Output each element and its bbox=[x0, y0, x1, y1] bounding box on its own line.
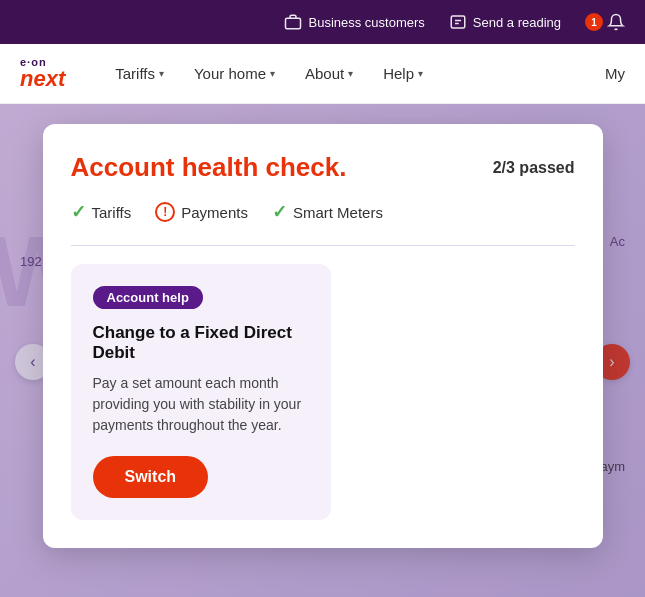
send-reading-label: Send a reading bbox=[473, 15, 561, 30]
modal-title: Account health check. bbox=[71, 152, 347, 183]
business-customers-link[interactable]: Business customers bbox=[284, 13, 424, 31]
nav-your-home[interactable]: Your home ▾ bbox=[194, 65, 275, 82]
check-tariffs-label: Tariffs bbox=[92, 204, 132, 221]
switch-button[interactable]: Switch bbox=[93, 456, 209, 498]
notifications[interactable]: 1 bbox=[585, 13, 625, 31]
svg-rect-0 bbox=[286, 18, 301, 29]
card-description: Pay a set amount each month providing yo… bbox=[93, 373, 309, 436]
modal-overlay: Account health check. 2/3 passed ✓ Tarif… bbox=[0, 104, 645, 597]
chevron-down-icon: ▾ bbox=[159, 68, 164, 79]
modal-divider bbox=[71, 245, 575, 246]
nav-help-label: Help bbox=[383, 65, 414, 82]
nav-bar: e·on next Tariffs ▾ Your home ▾ About ▾ … bbox=[0, 44, 645, 104]
chevron-down-icon: ▾ bbox=[348, 68, 353, 79]
check-smart-meters-label: Smart Meters bbox=[293, 204, 383, 221]
briefcase-icon bbox=[284, 13, 302, 31]
check-payments: ! Payments bbox=[155, 202, 248, 222]
chevron-down-icon: ▾ bbox=[270, 68, 275, 79]
logo-next: next bbox=[20, 68, 65, 90]
logo[interactable]: e·on next bbox=[20, 57, 65, 90]
nav-about-label: About bbox=[305, 65, 344, 82]
check-green-icon: ✓ bbox=[272, 201, 287, 223]
modal-checks: ✓ Tariffs ! Payments ✓ Smart Meters bbox=[71, 201, 575, 223]
svg-rect-1 bbox=[451, 16, 465, 28]
nav-my-label: My bbox=[605, 65, 625, 82]
nav-your-home-label: Your home bbox=[194, 65, 266, 82]
check-green-icon: ✓ bbox=[71, 201, 86, 223]
chevron-down-icon: ▾ bbox=[418, 68, 423, 79]
modal: Account health check. 2/3 passed ✓ Tarif… bbox=[43, 124, 603, 548]
modal-header: Account health check. 2/3 passed bbox=[71, 152, 575, 183]
check-smart-meters: ✓ Smart Meters bbox=[272, 201, 383, 223]
meter-icon bbox=[449, 13, 467, 31]
nav-my[interactable]: My bbox=[605, 65, 625, 82]
send-reading-link[interactable]: Send a reading bbox=[449, 13, 561, 31]
nav-tariffs-label: Tariffs bbox=[115, 65, 155, 82]
bell-icon bbox=[607, 13, 625, 31]
check-tariffs: ✓ Tariffs bbox=[71, 201, 132, 223]
check-payments-label: Payments bbox=[181, 204, 248, 221]
suggestion-card: Account help Change to a Fixed Direct De… bbox=[71, 264, 331, 520]
warning-icon: ! bbox=[155, 202, 175, 222]
business-customers-label: Business customers bbox=[308, 15, 424, 30]
top-bar: Business customers Send a reading 1 bbox=[0, 0, 645, 44]
card-title: Change to a Fixed Direct Debit bbox=[93, 323, 309, 363]
nav-tariffs[interactable]: Tariffs ▾ bbox=[115, 65, 164, 82]
modal-passed: 2/3 passed bbox=[493, 159, 575, 177]
nav-help[interactable]: Help ▾ bbox=[383, 65, 423, 82]
notification-badge: 1 bbox=[585, 13, 603, 31]
nav-about[interactable]: About ▾ bbox=[305, 65, 353, 82]
card-badge: Account help bbox=[93, 286, 203, 309]
